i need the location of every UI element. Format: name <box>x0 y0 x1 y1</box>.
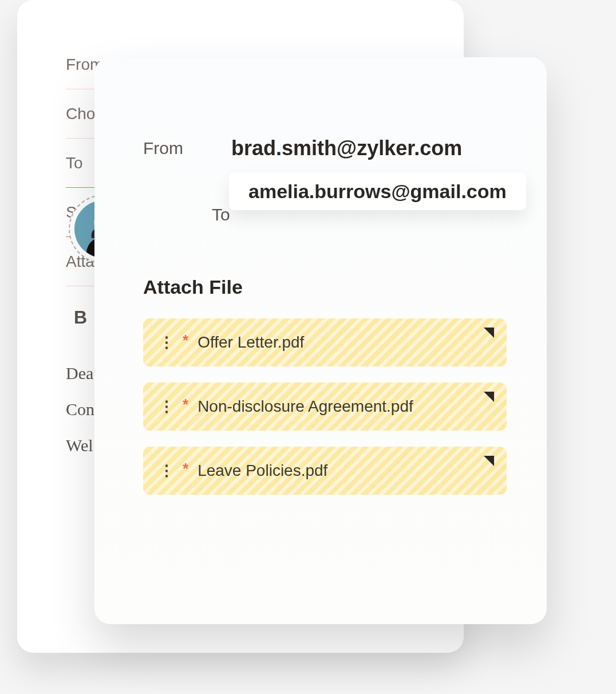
from-label: From <box>143 139 189 158</box>
file-name: Leave Policies.pdf <box>198 462 327 480</box>
bold-button[interactable]: B <box>66 305 96 330</box>
drag-handle-icon[interactable]: ⋮ <box>159 334 173 352</box>
attach-overlay-card: From brad.smith@zylker.com To amelia.bur… <box>94 57 547 624</box>
required-asterisk-icon: * <box>183 460 188 478</box>
file-name: Non-disclosure Agreement.pdf <box>198 397 413 416</box>
attachment-item[interactable]: ⋮ * Leave Policies.pdf <box>143 447 507 495</box>
file-name: Offer Letter.pdf <box>198 333 304 352</box>
required-asterisk-icon: * <box>183 396 188 413</box>
from-row: From brad.smith@zylker.com <box>143 126 507 171</box>
dropdown-triangle-icon[interactable] <box>484 328 494 338</box>
attachment-item[interactable]: ⋮ * Offer Letter.pdf <box>143 318 507 366</box>
attachment-item[interactable]: ⋮ * Non-disclosure Agreement.pdf <box>143 383 507 431</box>
choose-label: Cho <box>66 105 95 123</box>
to-value-chip[interactable]: amelia.burrows@gmail.com <box>229 172 526 210</box>
required-asterisk-icon: * <box>183 332 188 349</box>
dropdown-triangle-icon[interactable] <box>484 456 494 466</box>
drag-handle-icon[interactable]: ⋮ <box>159 398 173 416</box>
dropdown-triangle-icon[interactable] <box>484 392 494 402</box>
attach-file-heading: Attach File <box>143 276 507 298</box>
from-value-chip[interactable]: brad.smith@zylker.com <box>212 126 481 171</box>
drag-handle-icon[interactable]: ⋮ <box>159 462 173 480</box>
